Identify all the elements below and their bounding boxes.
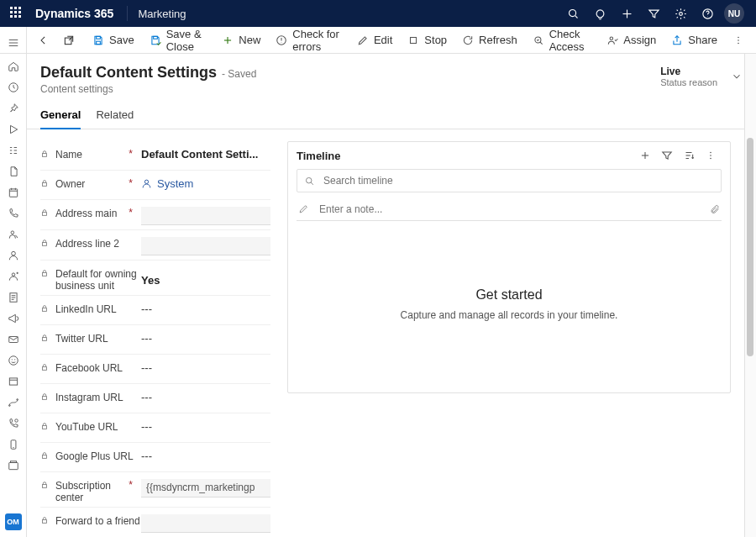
field-instagram-value: --- [141,391,270,403]
check-access-button[interactable]: Check Access [526,29,599,52]
field-forward-friend[interactable]: Forward to a friend [40,508,270,537]
rail-calendar-icon[interactable] [0,182,26,203]
overflow-menu-icon[interactable] [726,29,749,52]
rail-megaphone-icon[interactable] [0,308,26,329]
field-linkedin-value: --- [141,303,270,315]
timeline-filter-icon[interactable] [656,145,678,166]
edit-button[interactable]: Edit [350,29,399,52]
field-owner-value[interactable]: System [141,177,270,190]
field-instagram[interactable]: Instagram URL --- [40,384,270,413]
rail-journeys-icon[interactable] [0,392,26,413]
app-module-name[interactable]: Marketing [138,8,186,20]
help-icon[interactable] [694,0,721,27]
rail-email-icon[interactable] [0,329,26,350]
field-address-line2-input[interactable] [141,237,270,255]
svg-rect-68 [43,367,47,371]
svg-point-39 [14,419,18,422]
field-address-main[interactable]: Address main* [40,200,270,230]
rail-files-icon[interactable] [0,161,26,182]
svg-rect-47 [153,36,157,39]
field-name[interactable]: Name* Default Content Setti... [40,141,270,171]
advanced-find-icon[interactable] [640,0,667,27]
quick-create-icon[interactable] [613,0,640,27]
timeline-note-input[interactable] [318,203,701,216]
timeline-add-icon[interactable] [634,145,656,166]
timeline-search[interactable] [297,169,722,192]
assistant-icon[interactable] [586,0,613,27]
rail-leads-icon[interactable] [0,266,26,287]
rail-contacts-icon[interactable] [0,245,26,266]
rail-golive-icon[interactable] [0,118,26,140]
command-bar: Save Save & Close New Check for errors E… [0,27,756,54]
rail-accounts-icon[interactable] [0,224,26,245]
timeline-search-input[interactable] [322,174,714,187]
rail-home-icon[interactable] [0,55,26,76]
timeline-more-icon[interactable] [700,145,722,166]
rail-forms-icon[interactable] [0,287,26,308]
svg-rect-69 [43,397,47,400]
rail-segments-icon[interactable] [0,140,26,161]
field-name-value: Default Content Setti... [141,148,270,161]
save-close-button[interactable]: Save & Close [143,29,214,52]
rail-push-icon[interactable] [0,434,26,455]
rail-sms-icon[interactable] [0,413,26,434]
attachment-icon[interactable] [710,203,720,215]
lock-icon [40,392,50,401]
svg-point-23 [11,251,15,255]
sitemap-rail: OM [0,27,27,537]
sitemap-area-switcher[interactable]: OM [5,513,22,530]
field-subscription-center-input[interactable]: {{msdyncrm_marketingp [141,479,270,498]
svg-point-34 [14,359,15,360]
user-avatar[interactable]: NU [724,3,744,24]
save-button[interactable]: Save [86,29,141,52]
rail-templates-icon[interactable] [0,371,26,392]
status-value: Live [660,66,717,77]
field-address-line2[interactable]: Address line 2 [40,230,270,261]
field-googleplus[interactable]: Google Plus URL --- [40,443,270,472]
lock-icon [40,150,50,158]
open-new-window-icon[interactable] [57,29,81,52]
app-launcher-icon[interactable] [10,7,24,20]
pencil-icon [298,203,309,214]
search-icon[interactable] [559,0,586,27]
svg-point-82 [306,177,312,183]
settings-gear-icon[interactable] [667,0,694,27]
check-errors-button[interactable]: Check for errors [269,29,349,52]
stop-button[interactable]: Stop [401,29,454,52]
product-brand[interactable]: Dynamics 365 [32,7,117,20]
rail-social-icon[interactable] [0,350,26,371]
form-tabs: General Related [27,95,756,129]
field-subscription-center[interactable]: Subscription center* {{msdyncrm_marketin… [40,472,270,508]
status-reason-label: Status reason [660,77,717,87]
timeline-empty-subtitle: Capture and manage all records in your t… [401,309,618,321]
rail-recent-icon[interactable] [0,76,26,97]
svg-point-58 [738,39,739,41]
field-facebook[interactable]: Facebook URL --- [40,355,270,384]
svg-rect-73 [43,520,47,524]
field-owner[interactable]: Owner* System [40,171,270,200]
tab-related[interactable]: Related [96,108,134,129]
timeline-sort-icon[interactable] [678,145,700,166]
field-address-main-input[interactable] [141,207,270,225]
field-forward-friend-input[interactable] [141,514,270,533]
field-youtube[interactable]: YouTube URL --- [40,413,270,443]
share-button[interactable]: Share [664,29,724,52]
tab-general[interactable]: General [40,108,81,129]
new-button[interactable]: New [215,29,267,52]
field-default-bu[interactable]: Default for owning business unit Yes [40,261,270,296]
rail-phone-icon[interactable] [0,203,26,224]
svg-rect-70 [43,426,47,429]
field-linkedin[interactable]: LinkedIn URL --- [40,296,270,325]
back-button[interactable] [32,29,55,52]
header-chevron-down-icon[interactable] [731,71,743,82]
svg-point-56 [610,36,613,39]
assign-button[interactable]: Assign [600,29,663,52]
page-scrollbar[interactable] [744,54,756,537]
rail-pinned-icon[interactable] [0,97,26,118]
field-twitter[interactable]: Twitter URL --- [40,325,270,355]
refresh-button[interactable]: Refresh [455,29,524,52]
lock-icon [40,363,50,371]
rail-library-icon[interactable] [0,455,26,476]
global-navbar: Dynamics 365 Marketing NU [0,0,756,27]
timeline-note-row[interactable] [297,197,722,221]
